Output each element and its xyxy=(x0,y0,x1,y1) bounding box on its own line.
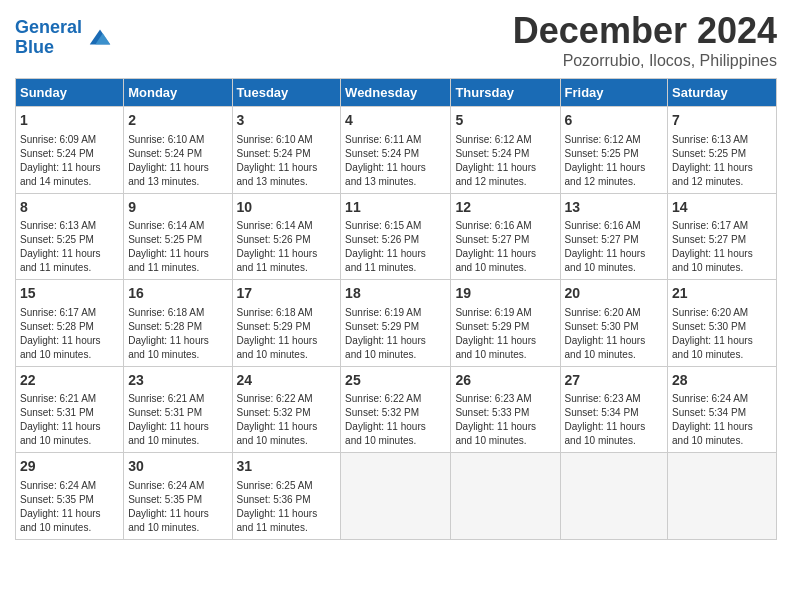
day-number: 6 xyxy=(565,111,664,131)
day-info: Sunrise: 6:22 AMSunset: 5:32 PMDaylight:… xyxy=(237,392,337,448)
day-info: Sunrise: 6:11 AMSunset: 5:24 PMDaylight:… xyxy=(345,133,446,189)
calendar-day-cell: 30Sunrise: 6:24 AMSunset: 5:35 PMDayligh… xyxy=(124,453,232,540)
day-info: Sunrise: 6:21 AMSunset: 5:31 PMDaylight:… xyxy=(128,392,227,448)
day-info: Sunrise: 6:20 AMSunset: 5:30 PMDaylight:… xyxy=(672,306,772,362)
day-number: 5 xyxy=(455,111,555,131)
calendar-day-cell: 14Sunrise: 6:17 AMSunset: 5:27 PMDayligh… xyxy=(668,193,777,280)
day-number: 28 xyxy=(672,371,772,391)
day-number: 13 xyxy=(565,198,664,218)
day-number: 26 xyxy=(455,371,555,391)
day-of-week-header: Friday xyxy=(560,79,668,107)
day-number: 23 xyxy=(128,371,227,391)
calendar-week-row: 8Sunrise: 6:13 AMSunset: 5:25 PMDaylight… xyxy=(16,193,777,280)
day-info: Sunrise: 6:17 AMSunset: 5:27 PMDaylight:… xyxy=(672,219,772,275)
day-info: Sunrise: 6:24 AMSunset: 5:35 PMDaylight:… xyxy=(20,479,119,535)
calendar-day-cell: 28Sunrise: 6:24 AMSunset: 5:34 PMDayligh… xyxy=(668,366,777,453)
day-number: 25 xyxy=(345,371,446,391)
day-number: 15 xyxy=(20,284,119,304)
month-title: December 2024 xyxy=(513,10,777,52)
calendar-day-cell: 8Sunrise: 6:13 AMSunset: 5:25 PMDaylight… xyxy=(16,193,124,280)
day-of-week-header: Monday xyxy=(124,79,232,107)
calendar-day-cell: 20Sunrise: 6:20 AMSunset: 5:30 PMDayligh… xyxy=(560,280,668,367)
day-of-week-header: Saturday xyxy=(668,79,777,107)
calendar-day-cell: 31Sunrise: 6:25 AMSunset: 5:36 PMDayligh… xyxy=(232,453,341,540)
logo: General Blue xyxy=(15,18,114,58)
day-info: Sunrise: 6:12 AMSunset: 5:24 PMDaylight:… xyxy=(455,133,555,189)
day-number: 22 xyxy=(20,371,119,391)
calendar-day-cell: 16Sunrise: 6:18 AMSunset: 5:28 PMDayligh… xyxy=(124,280,232,367)
calendar-day-cell: 22Sunrise: 6:21 AMSunset: 5:31 PMDayligh… xyxy=(16,366,124,453)
day-number: 3 xyxy=(237,111,337,131)
day-number: 27 xyxy=(565,371,664,391)
day-of-week-header: Thursday xyxy=(451,79,560,107)
day-number: 20 xyxy=(565,284,664,304)
day-of-week-header: Tuesday xyxy=(232,79,341,107)
day-info: Sunrise: 6:22 AMSunset: 5:32 PMDaylight:… xyxy=(345,392,446,448)
calendar-day-cell: 2Sunrise: 6:10 AMSunset: 5:24 PMDaylight… xyxy=(124,107,232,194)
day-info: Sunrise: 6:16 AMSunset: 5:27 PMDaylight:… xyxy=(455,219,555,275)
day-info: Sunrise: 6:09 AMSunset: 5:24 PMDaylight:… xyxy=(20,133,119,189)
calendar-day-cell: 18Sunrise: 6:19 AMSunset: 5:29 PMDayligh… xyxy=(341,280,451,367)
calendar-day-cell: 24Sunrise: 6:22 AMSunset: 5:32 PMDayligh… xyxy=(232,366,341,453)
day-info: Sunrise: 6:13 AMSunset: 5:25 PMDaylight:… xyxy=(672,133,772,189)
logo-subtext: Blue xyxy=(15,38,82,58)
calendar-day-cell: 6Sunrise: 6:12 AMSunset: 5:25 PMDaylight… xyxy=(560,107,668,194)
logo-text: General xyxy=(15,18,82,38)
day-number: 16 xyxy=(128,284,227,304)
day-number: 19 xyxy=(455,284,555,304)
calendar-day-cell: 3Sunrise: 6:10 AMSunset: 5:24 PMDaylight… xyxy=(232,107,341,194)
calendar-day-cell xyxy=(341,453,451,540)
calendar-header-row: SundayMondayTuesdayWednesdayThursdayFrid… xyxy=(16,79,777,107)
day-info: Sunrise: 6:21 AMSunset: 5:31 PMDaylight:… xyxy=(20,392,119,448)
calendar-day-cell: 12Sunrise: 6:16 AMSunset: 5:27 PMDayligh… xyxy=(451,193,560,280)
calendar-day-cell: 1Sunrise: 6:09 AMSunset: 5:24 PMDaylight… xyxy=(16,107,124,194)
calendar-day-cell: 17Sunrise: 6:18 AMSunset: 5:29 PMDayligh… xyxy=(232,280,341,367)
day-info: Sunrise: 6:20 AMSunset: 5:30 PMDaylight:… xyxy=(565,306,664,362)
day-of-week-header: Wednesday xyxy=(341,79,451,107)
day-info: Sunrise: 6:23 AMSunset: 5:34 PMDaylight:… xyxy=(565,392,664,448)
day-info: Sunrise: 6:13 AMSunset: 5:25 PMDaylight:… xyxy=(20,219,119,275)
day-number: 7 xyxy=(672,111,772,131)
day-number: 18 xyxy=(345,284,446,304)
calendar-week-row: 29Sunrise: 6:24 AMSunset: 5:35 PMDayligh… xyxy=(16,453,777,540)
calendar-day-cell: 29Sunrise: 6:24 AMSunset: 5:35 PMDayligh… xyxy=(16,453,124,540)
day-info: Sunrise: 6:25 AMSunset: 5:36 PMDaylight:… xyxy=(237,479,337,535)
calendar-day-cell: 11Sunrise: 6:15 AMSunset: 5:26 PMDayligh… xyxy=(341,193,451,280)
day-number: 17 xyxy=(237,284,337,304)
day-info: Sunrise: 6:16 AMSunset: 5:27 PMDaylight:… xyxy=(565,219,664,275)
calendar-day-cell: 9Sunrise: 6:14 AMSunset: 5:25 PMDaylight… xyxy=(124,193,232,280)
day-info: Sunrise: 6:10 AMSunset: 5:24 PMDaylight:… xyxy=(128,133,227,189)
day-info: Sunrise: 6:18 AMSunset: 5:29 PMDaylight:… xyxy=(237,306,337,362)
day-number: 14 xyxy=(672,198,772,218)
day-number: 1 xyxy=(20,111,119,131)
day-number: 21 xyxy=(672,284,772,304)
calendar-week-row: 15Sunrise: 6:17 AMSunset: 5:28 PMDayligh… xyxy=(16,280,777,367)
calendar-day-cell: 27Sunrise: 6:23 AMSunset: 5:34 PMDayligh… xyxy=(560,366,668,453)
calendar-day-cell xyxy=(451,453,560,540)
calendar-day-cell xyxy=(560,453,668,540)
calendar-day-cell: 13Sunrise: 6:16 AMSunset: 5:27 PMDayligh… xyxy=(560,193,668,280)
calendar-day-cell: 7Sunrise: 6:13 AMSunset: 5:25 PMDaylight… xyxy=(668,107,777,194)
day-info: Sunrise: 6:24 AMSunset: 5:35 PMDaylight:… xyxy=(128,479,227,535)
day-info: Sunrise: 6:19 AMSunset: 5:29 PMDaylight:… xyxy=(345,306,446,362)
day-info: Sunrise: 6:18 AMSunset: 5:28 PMDaylight:… xyxy=(128,306,227,362)
day-number: 12 xyxy=(455,198,555,218)
calendar-day-cell: 21Sunrise: 6:20 AMSunset: 5:30 PMDayligh… xyxy=(668,280,777,367)
calendar-day-cell: 26Sunrise: 6:23 AMSunset: 5:33 PMDayligh… xyxy=(451,366,560,453)
day-info: Sunrise: 6:14 AMSunset: 5:26 PMDaylight:… xyxy=(237,219,337,275)
day-number: 9 xyxy=(128,198,227,218)
day-number: 11 xyxy=(345,198,446,218)
logo-icon xyxy=(86,24,114,52)
title-area: December 2024 Pozorrubio, Ilocos, Philip… xyxy=(513,10,777,70)
day-number: 10 xyxy=(237,198,337,218)
day-info: Sunrise: 6:15 AMSunset: 5:26 PMDaylight:… xyxy=(345,219,446,275)
day-of-week-header: Sunday xyxy=(16,79,124,107)
calendar: SundayMondayTuesdayWednesdayThursdayFrid… xyxy=(15,78,777,540)
calendar-day-cell: 4Sunrise: 6:11 AMSunset: 5:24 PMDaylight… xyxy=(341,107,451,194)
day-number: 4 xyxy=(345,111,446,131)
calendar-day-cell: 15Sunrise: 6:17 AMSunset: 5:28 PMDayligh… xyxy=(16,280,124,367)
calendar-week-row: 1Sunrise: 6:09 AMSunset: 5:24 PMDaylight… xyxy=(16,107,777,194)
calendar-day-cell xyxy=(668,453,777,540)
day-info: Sunrise: 6:14 AMSunset: 5:25 PMDaylight:… xyxy=(128,219,227,275)
calendar-day-cell: 19Sunrise: 6:19 AMSunset: 5:29 PMDayligh… xyxy=(451,280,560,367)
